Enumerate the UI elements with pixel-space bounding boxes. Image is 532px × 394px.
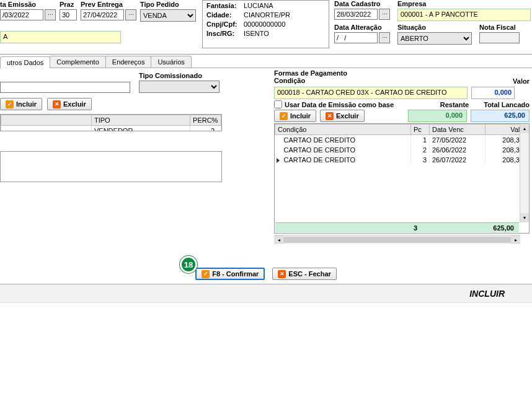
tabs: utros Dados Complemento Endereços Usuári… xyxy=(0,55,532,68)
cadastro-input[interactable] xyxy=(334,9,378,20)
prev-input[interactable] xyxy=(81,9,124,20)
alter-label: Data Alteração xyxy=(334,24,390,31)
restante-value: 0,000 xyxy=(408,110,467,122)
right-excluir-button[interactable]: Excluir xyxy=(320,110,365,122)
table-row[interactable]: CARTAO DE CREDITO127/05/2022208,33 xyxy=(275,135,529,146)
lancado-value: 625,00 xyxy=(471,110,530,122)
nf-input[interactable] xyxy=(479,32,520,43)
formas-title: Formas de Pagamento xyxy=(274,69,530,77)
right-incluir-button[interactable]: Incluir xyxy=(274,110,316,122)
cadastro-label: Data Cadastro xyxy=(334,0,390,7)
alter-picker[interactable]: ⋯ xyxy=(379,32,390,43)
table-row[interactable]: VENDEDOR 2 xyxy=(1,126,221,132)
emissao-picker[interactable]: ⋯ xyxy=(45,9,56,20)
table-row[interactable]: CARTAO DE CREDITO226/06/2022208,33 xyxy=(275,145,529,155)
check-icon xyxy=(280,112,288,120)
tipopedido-label: Tipo Pedido xyxy=(140,1,196,8)
emissao-input[interactable] xyxy=(0,9,43,20)
valor-field[interactable]: 0,000 xyxy=(471,87,515,99)
close-button[interactable]: ESC - Fechar xyxy=(272,268,336,280)
left-yellow-field[interactable]: A xyxy=(0,31,121,43)
check-icon xyxy=(6,100,14,108)
x-icon xyxy=(326,112,334,120)
lancado-label: Total Lancado xyxy=(484,101,530,108)
x-icon xyxy=(53,100,61,108)
left-incluir-button[interactable]: Incluir xyxy=(0,98,42,110)
prev-picker[interactable]: ⋯ xyxy=(125,9,136,20)
alter-input[interactable] xyxy=(334,32,378,43)
praz-label: Praz xyxy=(60,1,77,8)
praz-input[interactable] xyxy=(60,9,77,20)
left-text-input[interactable] xyxy=(0,82,130,93)
tab-complemento[interactable]: Complemento xyxy=(50,56,105,68)
nf-label: Nota Fiscal xyxy=(479,24,520,31)
left-excluir-button[interactable]: Excluir xyxy=(47,98,92,110)
v-scrollbar[interactable]: ▴ ▾ xyxy=(520,124,529,222)
chevron-left-icon[interactable]: ◂ xyxy=(274,235,283,244)
sit-label: Situação xyxy=(397,24,472,31)
scroll-thumb[interactable] xyxy=(283,237,511,243)
tab-outros-dados[interactable]: utros Dados xyxy=(0,56,50,68)
h-scrollbar[interactable]: ◂ ▸ xyxy=(274,235,520,244)
sit-select[interactable]: ABERTO xyxy=(397,32,472,45)
x-icon xyxy=(278,270,286,278)
chevron-right-icon[interactable]: ▸ xyxy=(511,235,520,244)
left-grid[interactable]: TIPO PERC% VENDEDOR 2 xyxy=(0,114,222,131)
left-lower-panel xyxy=(0,151,222,182)
grid-summary: 3 625,00 xyxy=(275,222,519,232)
tab-enderecos[interactable]: Endereços xyxy=(105,56,152,68)
cond-label: Condição xyxy=(274,77,305,84)
empresa-label: Empresa xyxy=(397,0,531,7)
restante-label: Restante xyxy=(440,101,469,108)
emissao-label: ta Emissão xyxy=(0,1,56,8)
status-text: INCLUIR xyxy=(0,284,532,303)
chevron-up-icon[interactable]: ▴ xyxy=(520,124,529,133)
cond-field[interactable]: 000018 - CARTAO CRED 03X - CARTAO DE CRE… xyxy=(274,87,468,99)
tipopedido-select[interactable]: VENDA xyxy=(140,9,196,22)
tipo-com-label: Tipo Comissionado xyxy=(139,72,219,79)
usar-label: Usar Data de Emissão como base xyxy=(285,101,394,108)
cadastro-picker[interactable]: ⋯ xyxy=(379,9,390,20)
empresa-field[interactable]: 000001 - A P PANCOTTE xyxy=(397,9,531,21)
table-row[interactable]: CARTAO DE CREDITO326/07/2022208,33 xyxy=(275,155,529,165)
payment-grid[interactable]: Condição Pc Data Venc Valor CARTAO DE CR… xyxy=(274,123,530,234)
valor-label: Valor xyxy=(513,77,530,85)
tab-usuarios[interactable]: Usuários xyxy=(151,56,191,68)
row-cursor-icon xyxy=(277,158,280,163)
chevron-down-icon[interactable]: ▾ xyxy=(520,213,529,222)
tipo-com-select[interactable] xyxy=(139,81,219,93)
confirm-button[interactable]: F8 - Confirmar xyxy=(195,268,265,280)
usar-checkbox[interactable] xyxy=(274,100,282,108)
prev-label: Prev Entrega xyxy=(81,1,136,8)
step-badge: 18 xyxy=(180,256,197,273)
fantasia-panel: Fantasia:LUCIANA Cidade:CIANORTE/PR Cnpj… xyxy=(202,0,329,48)
check-icon xyxy=(202,270,210,278)
